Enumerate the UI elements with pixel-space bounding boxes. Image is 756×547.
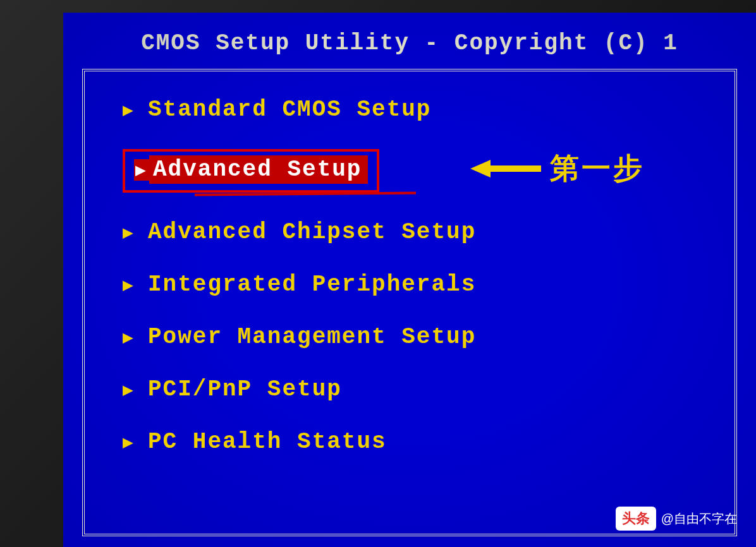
menu-label: Advanced Setup xyxy=(149,155,368,184)
menu-item-integrated-peripherals[interactable]: ▶ Integrated Peripherals xyxy=(123,272,722,298)
watermark: 头条 @自由不字在 xyxy=(616,507,737,531)
menu-label: PC Health Status xyxy=(148,429,387,455)
menu-item-advanced-setup[interactable]: ▶ Advanced Setup 第一步 xyxy=(123,149,722,193)
triangle-right-icon: ▶ xyxy=(123,99,138,121)
menu-label: Standard CMOS Setup xyxy=(148,97,431,123)
bios-title: CMOS Setup Utility - Copyright (C) 1 xyxy=(63,13,756,69)
menu-frame: ▶ Standard CMOS Setup ▶ Advanced Setup 第… xyxy=(82,69,737,536)
menu-item-pc-health[interactable]: ▶ PC Health Status xyxy=(123,429,722,455)
step-annotation: 第一步 xyxy=(470,149,645,188)
menu-label: Integrated Peripherals xyxy=(148,272,476,298)
menu-label: PCI/PnP Setup xyxy=(148,376,342,402)
triangle-right-icon: ▶ xyxy=(134,159,149,181)
menu-label: Advanced Chipset Setup xyxy=(148,219,476,245)
annotation-underline xyxy=(195,191,416,196)
bios-screen: CMOS Setup Utility - Copyright (C) 1 ▶ S… xyxy=(63,13,756,547)
watermark-author: @自由不字在 xyxy=(661,510,737,527)
triangle-right-icon: ▶ xyxy=(123,274,138,296)
menu-item-power-management[interactable]: ▶ Power Management Setup xyxy=(123,324,722,350)
menu-item-pci-pnp[interactable]: ▶ PCI/PnP Setup xyxy=(123,376,722,402)
arrow-left-icon xyxy=(470,160,541,177)
menu-label: Power Management Setup xyxy=(148,324,476,350)
triangle-right-icon: ▶ xyxy=(123,327,138,348)
menu-item-advanced-chipset[interactable]: ▶ Advanced Chipset Setup xyxy=(123,219,722,245)
monitor-bezel: CMOS Setup Utility - Copyright (C) 1 ▶ S… xyxy=(0,0,756,547)
annotation-highlight-box: ▶ Advanced Setup xyxy=(123,149,379,193)
triangle-right-icon: ▶ xyxy=(123,379,138,400)
triangle-right-icon: ▶ xyxy=(123,431,138,453)
watermark-logo: 头条 xyxy=(616,507,656,531)
triangle-right-icon: ▶ xyxy=(123,222,138,243)
menu-item-standard-cmos[interactable]: ▶ Standard CMOS Setup xyxy=(123,97,722,123)
annotation-label: 第一步 xyxy=(550,149,645,188)
